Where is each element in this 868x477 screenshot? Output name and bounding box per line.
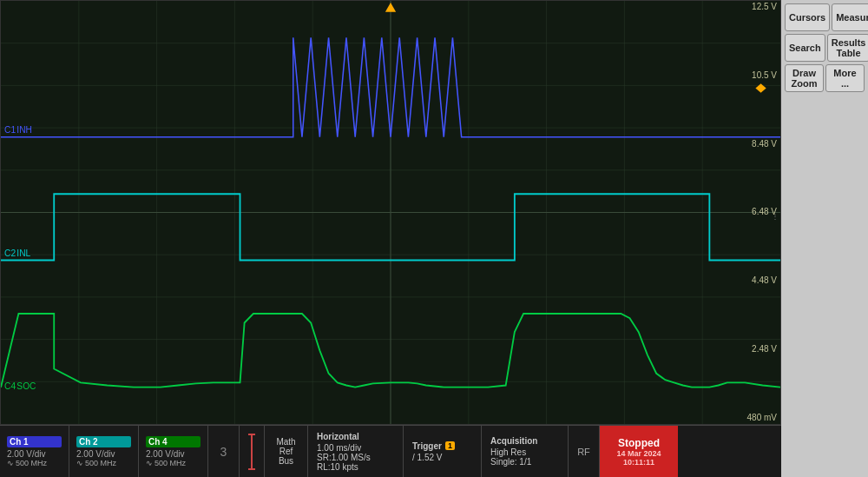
trigger-title-text: Trigger [412, 441, 442, 451]
stopped-button[interactable]: Stopped 14 Mar 2024 10:11:11 [600, 426, 678, 477]
stopped-date: 14 Mar 2024 [616, 449, 661, 458]
horizontal-title: Horizontal [317, 432, 394, 441]
horizontal-sr: SR:1.00 MS/s [317, 453, 394, 462]
acquisition-line1: High Res [490, 447, 559, 457]
ref-label: Ref [279, 447, 293, 456]
math-ref-bus: Math Ref Bus [265, 426, 308, 477]
more-button[interactable]: More ... [825, 64, 865, 92]
waveform-svg: C1 INH C2 INL C4 SOC [1, 1, 780, 424]
oscilloscope-screen: C1 INH C2 INL C4 SOC 12.5 V 10.5 V 8.48 … [0, 0, 781, 425]
svg-text:INH: INH [16, 125, 32, 135]
ch4-vdiv: 2.00 V/div [146, 449, 201, 459]
y-label-1: 12.5 V [747, 3, 777, 11]
ch2-vdiv: 2.00 V/div [76, 449, 131, 459]
three-dots: ⋮ [772, 213, 779, 222]
trigger-icon-val: / 1.52 V [412, 453, 472, 462]
acquisition-title: Acquisition [490, 436, 559, 446]
draw-more-row: Draw Zoom More ... [785, 64, 865, 92]
cursors-button[interactable]: Cursors [785, 3, 830, 31]
measure-button[interactable]: Measure [832, 3, 868, 31]
ch1-vdiv: 2.00 V/div [7, 449, 62, 459]
rf-section: RF [569, 426, 600, 477]
ch1-info: Ch 1 2.00 V/div ∿500 MHz [0, 426, 69, 477]
svg-text:INL: INL [16, 248, 30, 258]
draw-zoom-button[interactable]: Draw Zoom [785, 64, 824, 92]
horizontal-info: Horizontal 1.00 ms/div SR:1.00 MS/s RL:1… [308, 426, 404, 477]
svg-text:SOC: SOC [16, 381, 36, 391]
stopped-time: 10:11:11 [623, 458, 654, 467]
y-label-3: 8.48 V [747, 140, 777, 149]
svg-text:C2: C2 [4, 248, 16, 258]
svg-text:C4: C4 [4, 381, 16, 391]
ch1-name-badge: Ch 1 [7, 436, 62, 447]
ch4-name-badge: Ch 4 [146, 436, 201, 447]
y-label-7: 480 mV [747, 414, 777, 422]
horizontal-rl: RL:10 kpts [317, 462, 394, 472]
ch4-info: Ch 4 2.00 V/div ∿500 MHz [139, 426, 208, 477]
cursors-measure-row: Cursors Measure [785, 3, 865, 31]
trigger-title-row: Trigger 1 [412, 441, 472, 451]
trigger-info: Trigger 1 / 1.52 V [404, 426, 482, 477]
wave-separator [240, 426, 265, 477]
acquisition-info: Acquisition High Res Single: 1/1 [482, 426, 569, 477]
bus-label: Bus [279, 456, 293, 466]
ch2-name-badge: Ch 2 [76, 436, 131, 447]
trigger-badge: 1 [445, 441, 455, 450]
horizontal-tsdiv: 1.00 ms/div [317, 443, 394, 453]
stopped-label: Stopped [618, 437, 660, 449]
math-label: Math [276, 437, 295, 447]
ch2-bw: ∿500 MHz [76, 459, 131, 467]
separator-3: 3 [208, 426, 240, 477]
results-table-button[interactable]: Results Table [827, 34, 868, 62]
right-panel: Cursors Measure Search Results Table Dra… [781, 0, 868, 477]
y-label-2: 10.5 V [747, 71, 777, 80]
ch2-info: Ch 2 2.00 V/div ∿500 MHz [69, 426, 139, 477]
y-label-6: 2.48 V [747, 345, 777, 354]
y-label-5: 4.48 V [747, 276, 777, 285]
svg-text:C1: C1 [4, 125, 16, 135]
main-area: C1 INH C2 INL C4 SOC 12.5 V 10.5 V 8.48 … [0, 0, 781, 477]
search-results-row: Search Results Table [785, 34, 865, 62]
search-button[interactable]: Search [785, 34, 825, 62]
bottom-bar: Ch 1 2.00 V/div ∿500 MHz Ch 2 2.00 V/div… [0, 425, 781, 477]
ch4-bw: ∿500 MHz [146, 459, 201, 467]
ch1-bw: ∿500 MHz [7, 459, 62, 467]
acquisition-line2: Single: 1/1 [490, 457, 559, 467]
